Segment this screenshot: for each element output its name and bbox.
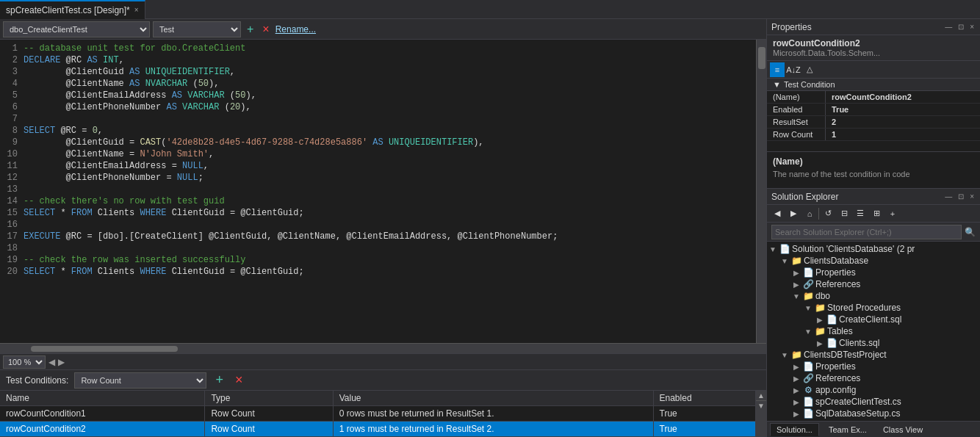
tc-scroll-up[interactable]: ▲ [756, 391, 766, 401]
code-line: 16 [0, 219, 756, 231]
tree-item[interactable]: ▶📄CreateClient.sql [767, 314, 980, 325]
tree-item[interactable]: ▶📄spCreateClientTest.cs [767, 396, 980, 408]
active-tab[interactable]: spCreateClientTest.cs [Design]* × [0, 0, 145, 19]
tree-folder-icon: 📁 [790, 350, 802, 360]
add-item-btn[interactable]: + [244, 21, 256, 37]
h-scrollbar[interactable] [0, 343, 766, 353]
tree-item[interactable]: ▼📄Solution 'ClientsDatabase' (2 pr [767, 243, 980, 255]
sol-props-btn[interactable]: ⊞ [869, 206, 884, 221]
tc-row[interactable]: rowCountCondition2Row Count1 rows must b… [0, 422, 756, 437]
tree-expand-icon[interactable]: ▼ [802, 304, 814, 312]
tree-item[interactable]: ▶🔗References [767, 278, 980, 290]
props-value[interactable]: 1 [826, 129, 980, 140]
sol-show-all-btn[interactable]: ☰ [853, 206, 868, 221]
tc-scrollbar[interactable]: ▲ ▼ [756, 391, 766, 437]
bottom-tab-team-ex---[interactable]: Team Ex... [822, 423, 873, 436]
tree-label: ClientsDatabase [802, 256, 868, 266]
tree-expand-icon[interactable]: ▶ [790, 386, 802, 394]
tree-expand-icon[interactable]: ▶ [814, 316, 826, 324]
line-number: 11 [1, 160, 24, 172]
bottom-tab-class-view[interactable]: Class View [876, 423, 929, 436]
tree-expand-icon[interactable]: ▼ [779, 257, 790, 265]
method-dropdown[interactable]: Test [153, 21, 241, 37]
sol-back-btn[interactable]: ◀ [770, 206, 785, 221]
tree-item[interactable]: ▼📁ClientsDatabase [767, 255, 980, 267]
props-move-btn[interactable]: ⊡ [956, 23, 965, 31]
tree-item[interactable]: ▼📁Stored Procedures [767, 302, 980, 314]
tree-item[interactable]: ▶⚙app.config [767, 384, 980, 396]
tree-expand-icon[interactable]: ▶ [790, 281, 802, 289]
tc-del-btn[interactable]: × [232, 371, 246, 389]
col-name: Name [0, 391, 205, 406]
tree-label: References [814, 373, 860, 383]
tree-item[interactable]: ▶📄SqlDatabaseSetup.cs [767, 408, 980, 419]
rename-label[interactable]: Rename... [275, 24, 316, 35]
tree-expand-icon[interactable]: ▶ [790, 375, 802, 383]
sol-move-btn[interactable]: ⊡ [956, 192, 965, 201]
tc-row[interactable]: rowCountCondition1Row Count0 rows must b… [0, 406, 756, 422]
tree-item[interactable]: ▶🔗References [767, 372, 980, 384]
props-props-btn[interactable]: △ [802, 62, 817, 77]
h-scroll-thumb[interactable] [31, 346, 178, 352]
editor-scrollbar[interactable] [756, 40, 766, 343]
tc-add-btn[interactable]: + [212, 371, 226, 389]
solution-search-input[interactable] [771, 225, 962, 239]
line-content: SELECT @RC = 0, [24, 125, 103, 137]
props-pin-btn[interactable]: — [943, 23, 954, 31]
tc-scroll-down[interactable]: ▼ [756, 401, 766, 411]
code-line: 17EXECUTE @RC = [dbo].[CreateClient] @Cl… [0, 231, 756, 242]
scroll-thumb[interactable] [758, 47, 765, 69]
sol-pin-btn[interactable]: — [943, 192, 954, 201]
sol-close-btn[interactable]: × [968, 192, 976, 201]
tree-item[interactable]: ▼📁Tables [767, 325, 980, 337]
code-content[interactable]: 1-- database unit test for dbo.CreateCli… [0, 40, 756, 281]
sol-home-btn[interactable]: ⌂ [802, 206, 817, 221]
tree-item[interactable]: ▼📁dbo [767, 290, 980, 302]
tree-expand-icon[interactable]: ▼ [802, 328, 814, 336]
props-az-btn[interactable]: A↓Z [786, 62, 801, 77]
line-content: @ClientName AS NVARCHAR (50), [24, 78, 219, 90]
sol-forward-btn[interactable]: ▶ [786, 206, 801, 221]
tree-item[interactable]: ▶📄Properties [767, 267, 980, 278]
tree-expand-icon[interactable]: ▶ [814, 339, 826, 347]
code-line: 13 [0, 184, 756, 195]
props-titlebar: Properties — ⊡ × [767, 19, 980, 35]
tree-expand-icon[interactable]: ▶ [790, 269, 802, 277]
props-close-btn[interactable]: × [968, 23, 976, 31]
tree-item[interactable]: ▼📁ClientsDBTestProject [767, 349, 980, 361]
code-editor[interactable]: 1-- database unit test for dbo.CreateCli… [0, 40, 756, 343]
sol-refresh-btn[interactable]: ↺ [821, 206, 835, 221]
zoom-scroll-left[interactable]: ◀ [48, 357, 55, 367]
tree-expand-icon[interactable]: ▶ [790, 363, 802, 371]
tree-expand-icon[interactable]: ▶ [790, 398, 802, 406]
line-content: -- check there's no row with test guid [24, 195, 225, 207]
tree-ref-icon: 🔗 [802, 373, 814, 383]
tree-expand-icon[interactable]: ▼ [779, 351, 790, 359]
props-value[interactable]: rowCountCondition2 [826, 91, 980, 103]
sol-collapse-btn[interactable]: ⊟ [837, 206, 851, 221]
props-section-header[interactable]: ▼ Test Condition [767, 79, 980, 91]
tab-close-btn[interactable]: × [134, 6, 139, 14]
tree-item[interactable]: ▶📄Properties [767, 361, 980, 372]
code-line: 10 @ClientName = N'John Smith', [0, 148, 756, 160]
del-item-btn[interactable]: × [259, 21, 272, 37]
section-title: Test Condition [784, 80, 835, 89]
zoom-select[interactable]: 100 % [3, 355, 46, 369]
props-value[interactable]: True [826, 104, 980, 115]
props-category-btn[interactable]: ≡ [770, 62, 785, 77]
sol-new-sol-btn[interactable]: + [885, 206, 900, 221]
tree-expand-icon[interactable]: ▶ [790, 410, 802, 418]
zoom-scroll-right[interactable]: ▶ [58, 357, 65, 367]
class-dropdown[interactable]: dbo_CreateClientTest [3, 21, 150, 37]
props-description: (Name) The name of the test condition in… [767, 151, 980, 188]
props-value[interactable]: 2 [826, 116, 980, 128]
tree-expand-icon[interactable]: ▼ [767, 245, 779, 253]
tree-label: app.config [814, 385, 856, 395]
bottom-tab-solution---[interactable]: Solution... [770, 423, 819, 436]
tree-item[interactable]: ▶📄Clients.sql [767, 337, 980, 349]
code-line: 8SELECT @RC = 0, [0, 125, 756, 137]
tc-type-dropdown[interactable]: Row Count [74, 372, 206, 389]
line-content: EXECUTE @RC = [dbo].[CreateClient] @Clie… [24, 231, 558, 242]
solution-title: Solution Explorer [771, 192, 838, 202]
tree-expand-icon[interactable]: ▼ [790, 292, 802, 300]
